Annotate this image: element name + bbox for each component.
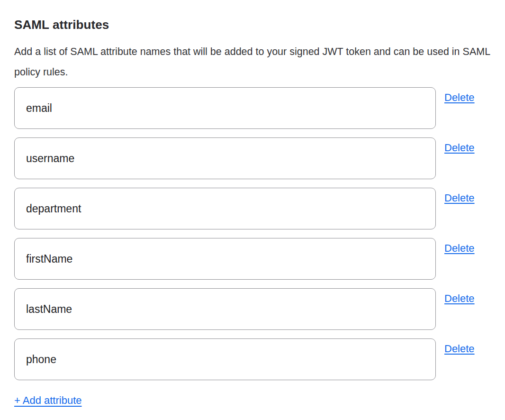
attribute-row: Delete xyxy=(14,238,505,280)
attribute-input-email[interactable] xyxy=(14,87,436,129)
delete-link[interactable]: Delete xyxy=(444,242,475,255)
delete-link[interactable]: Delete xyxy=(444,192,475,204)
delete-link[interactable]: Delete xyxy=(444,343,475,355)
section-title: SAML attributes xyxy=(14,17,505,32)
attribute-input-username[interactable] xyxy=(14,137,436,179)
attribute-rows: Delete Delete Delete Delete Delete Delet… xyxy=(14,87,505,380)
attribute-row: Delete xyxy=(14,338,505,380)
delete-link[interactable]: Delete xyxy=(444,91,475,104)
attribute-row: Delete xyxy=(14,87,505,129)
section-description: Add a list of SAML attribute names that … xyxy=(14,42,493,82)
delete-link[interactable]: Delete xyxy=(444,292,475,305)
attribute-input-lastname[interactable] xyxy=(14,288,436,330)
attribute-row: Delete xyxy=(14,188,505,229)
attribute-input-phone[interactable] xyxy=(14,338,436,380)
attribute-row: Delete xyxy=(14,137,505,179)
attribute-input-firstname[interactable] xyxy=(14,238,436,280)
saml-attributes-section: SAML attributes Add a list of SAML attri… xyxy=(0,0,505,407)
attribute-row: Delete xyxy=(14,288,505,330)
attribute-input-department[interactable] xyxy=(14,188,436,229)
delete-link[interactable]: Delete xyxy=(444,142,475,154)
add-attribute-link[interactable]: + Add attribute xyxy=(14,394,82,407)
